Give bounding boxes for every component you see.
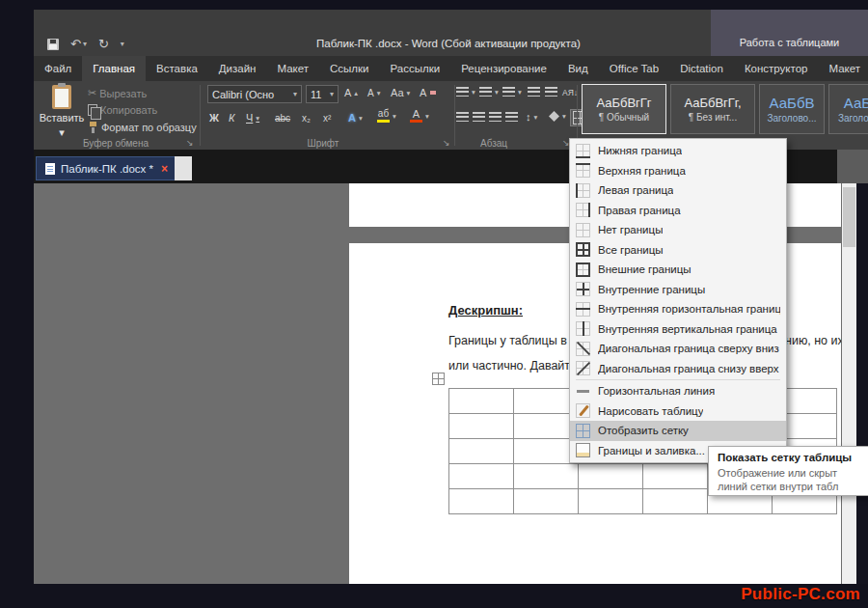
change-case-button[interactable]: Аа▾ xyxy=(391,87,410,98)
multilevel-list-button[interactable]: ▾ xyxy=(502,87,522,97)
menu-item-no-border[interactable]: Нет границы xyxy=(570,220,786,240)
justify-button[interactable] xyxy=(505,112,518,123)
tab-mailings[interactable]: Рассылки xyxy=(380,56,451,81)
tab-table-design[interactable]: Конструктор xyxy=(734,56,819,81)
context-tab-group-header: Работа с таблицами xyxy=(711,10,868,56)
menu-item-label: Внутренние границы xyxy=(598,284,705,295)
increase-indent-button[interactable] xyxy=(545,87,557,97)
scrollbar-thumb[interactable] xyxy=(843,187,855,247)
tab-office-tab[interactable]: Office Tab xyxy=(599,56,669,81)
menu-item-all-borders[interactable]: Все границы xyxy=(570,240,786,261)
copy-icon xyxy=(88,104,97,116)
document-text-line2: или частично. Давайт xyxy=(448,359,570,373)
menu-item-label: Границы и заливка... xyxy=(598,445,705,456)
italic-button[interactable]: К xyxy=(229,112,234,124)
tab-design[interactable]: Дизайн xyxy=(208,56,267,81)
tooltip-line2: линий сетки внутри табл xyxy=(718,480,868,493)
numbered-list-button[interactable]: ▾ xyxy=(479,87,499,97)
tab-dictation[interactable]: Dictation xyxy=(669,56,734,81)
undo-button[interactable]: ↶▾ xyxy=(70,38,87,50)
new-tab-button[interactable] xyxy=(175,156,192,180)
font-size-combobox[interactable]: 11 ▾ xyxy=(306,85,339,103)
document-text-line1-left: Границы у таблицы в xyxy=(448,334,567,347)
bullet-list-button[interactable]: ▾ xyxy=(456,87,475,97)
menu-item-diagonal-down-border[interactable]: Диагональная граница сверху вниз xyxy=(570,339,786,359)
window-edge xyxy=(856,183,868,584)
tab-view[interactable]: Вид xyxy=(557,56,599,81)
shrink-font-button[interactable]: А▾ xyxy=(367,88,380,98)
tab-insert[interactable]: Вставка xyxy=(146,56,208,81)
tab-references[interactable]: Ссылки xyxy=(319,56,380,81)
subscript-button[interactable]: x₂ xyxy=(302,113,311,124)
redo-icon: ↻ xyxy=(98,38,109,50)
menu-item-draw-table[interactable]: Нарисовать таблицу xyxy=(570,401,786,422)
highlight-color-button[interactable]: аб ▾ xyxy=(377,109,396,123)
format-painter-button[interactable]: Формат по образцу xyxy=(88,122,197,133)
tab-home[interactable]: Главная xyxy=(82,56,146,81)
clipboard-dialog-launcher-icon[interactable]: ↘ xyxy=(186,138,194,148)
font-color-button[interactable]: А ▾ xyxy=(410,109,429,123)
text-effects-button[interactable]: А▾ xyxy=(348,112,363,124)
increase-indent-icon xyxy=(545,87,557,97)
tab-strip-right-pad xyxy=(837,150,868,183)
diagonal-down-border-icon xyxy=(576,342,590,356)
underline-button[interactable]: Ч▾ xyxy=(246,112,259,124)
menu-item-right-border[interactable]: Правая граница xyxy=(570,201,786,221)
align-left-button[interactable] xyxy=(456,112,469,123)
style-heading1[interactable]: АаБбВ Заголово... xyxy=(759,84,825,134)
tab-review[interactable]: Рецензирование xyxy=(450,56,557,81)
menu-item-view-gridlines[interactable]: Отобразить сетку xyxy=(570,421,786,441)
chevron-down-icon: ▾ xyxy=(425,112,429,121)
clear-formatting-button[interactable]: А xyxy=(420,87,436,98)
tab-table-layout[interactable]: Макет xyxy=(818,56,868,81)
copy-button[interactable]: Копировать xyxy=(88,104,157,116)
style-normal[interactable]: АаБбВгГг ¶ Обычный xyxy=(582,84,666,134)
grow-font-label: А xyxy=(344,87,351,98)
decrease-indent-button[interactable] xyxy=(528,87,540,97)
paste-button[interactable]: Вставить ▾ xyxy=(40,84,84,140)
menu-item-label: Нет границы xyxy=(598,224,663,235)
bold-button[interactable]: Ж xyxy=(209,112,219,124)
menu-separator xyxy=(576,379,780,380)
superscript-button[interactable]: x² xyxy=(323,113,331,124)
sort-button[interactable]: АЯ↓ xyxy=(562,88,578,97)
grow-font-button[interactable]: А▴ xyxy=(344,87,358,98)
cut-button[interactable]: ✂ Вырезать xyxy=(88,87,147,99)
style-heading2[interactable]: АаБ Заголо... xyxy=(828,84,868,134)
align-center-button[interactable] xyxy=(473,112,485,123)
table-move-handle-icon[interactable] xyxy=(432,373,445,385)
menu-item-inside-borders[interactable]: Внутренние границы xyxy=(570,280,786,300)
format-painter-label: Формат по образцу xyxy=(101,122,197,133)
tab-layout[interactable]: Макет xyxy=(266,56,319,81)
menu-item-left-border[interactable]: Левая граница xyxy=(570,180,786,201)
line-spacing-button[interactable]: ↕▾ xyxy=(526,111,537,123)
font-name-combobox[interactable]: Calibri (Осно ▾ xyxy=(207,85,302,103)
down-caret-icon: ▾ xyxy=(377,89,381,97)
save-button[interactable] xyxy=(47,39,59,50)
style-no-spacing[interactable]: АаБбВгГг, ¶ Без инт... xyxy=(670,84,755,134)
clear-formatting-label: А xyxy=(420,87,426,98)
menu-item-bottom-border[interactable]: Нижняя граница xyxy=(570,141,786,161)
strikethrough-button[interactable]: abc xyxy=(275,113,290,124)
menu-item-inside-vertical-border[interactable]: Внутренняя вертикальная граница xyxy=(570,319,786,340)
menu-item-outside-borders[interactable]: Внешние границы xyxy=(570,260,786,280)
menu-item-horizontal-line[interactable]: Горизонтальная линия xyxy=(570,381,786,401)
redo-button[interactable]: ↻ xyxy=(98,38,109,50)
shading-button[interactable]: ▾ xyxy=(549,111,566,122)
vertical-scrollbar[interactable] xyxy=(842,183,856,584)
menu-item-label: Внутренняя горизонтальная граница xyxy=(598,303,780,315)
menu-item-label: Верхняя граница xyxy=(598,165,686,177)
menu-item-inside-horizontal-border[interactable]: Внутренняя горизонтальная граница xyxy=(570,299,786,319)
close-tab-icon[interactable]: × xyxy=(161,162,168,176)
subscript-label: x₂ xyxy=(302,113,311,124)
menu-item-top-border[interactable]: Верхняя граница xyxy=(570,161,786,181)
window-title: Паблик-ПК .docx - Word (Сбой активации п… xyxy=(198,38,699,49)
document-tab[interactable]: Паблик-ПК .docx * × xyxy=(36,156,177,180)
menu-item-label: Нарисовать таблицу xyxy=(598,405,703,417)
customize-qat-button[interactable]: ▾ xyxy=(121,38,124,50)
tab-file[interactable]: Файл xyxy=(34,56,82,81)
align-right-button[interactable] xyxy=(489,112,502,123)
paste-label: Вставить xyxy=(40,112,85,124)
save-icon xyxy=(47,39,59,50)
menu-item-diagonal-up-border[interactable]: Диагональная граница снизу вверх xyxy=(570,359,786,379)
